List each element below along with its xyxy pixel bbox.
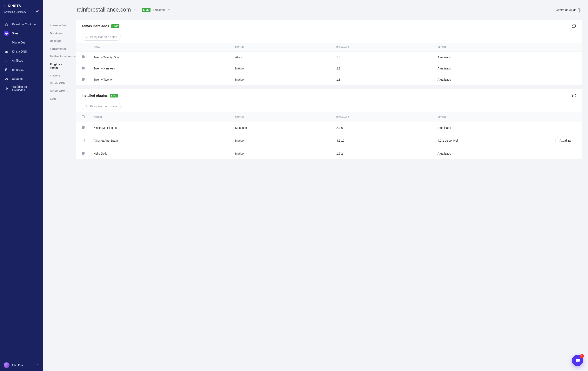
table-row: Akismet Anti-Spam Inativo 4.1.10 4.2.1 d…	[76, 133, 582, 148]
row-checkbox[interactable]	[82, 67, 84, 70]
environment-dropdown[interactable]	[167, 8, 170, 12]
brand-name: KINSTA	[8, 4, 21, 8]
user-name: John Doe	[11, 364, 23, 367]
nav-label: Usuários	[12, 77, 23, 80]
nav-company[interactable]: Empresa	[0, 65, 43, 74]
themes-search-input[interactable]	[90, 35, 117, 39]
chat-icon	[575, 358, 580, 363]
company-name: Awesome Company	[4, 10, 26, 13]
sub-plugins-themes[interactable]: Plugins e Temas	[43, 60, 76, 72]
home-icon-wrap	[4, 22, 9, 27]
subnav-label: Plugins e Temas	[50, 63, 62, 70]
table-row: Twenty Twenty-One Ativo 1.4 Atualizado	[76, 52, 582, 63]
row-status: Inativo	[233, 74, 334, 85]
row-action: Atualizar	[536, 133, 582, 148]
nav-migrations[interactable]: Migrações	[0, 38, 43, 47]
search-icon	[85, 105, 88, 108]
nav-label: Análises	[12, 59, 23, 62]
nav-dns[interactable]: Kinsta DNS	[0, 47, 43, 56]
stack-icon	[5, 32, 8, 35]
notification-dot	[38, 10, 39, 11]
notifications-button[interactable]	[35, 10, 39, 14]
plugins-search[interactable]	[82, 103, 121, 110]
th-plugin-name: PLUGIN	[91, 112, 233, 122]
nav-sites[interactable]: Sites	[0, 29, 43, 38]
row-name: Twenty Twenty-One	[91, 52, 233, 63]
sub-domains[interactable]: Domínios	[43, 30, 76, 37]
sub-backups[interactable]: Backups	[43, 37, 76, 45]
sub-tools[interactable]: Ferramentas	[43, 45, 76, 53]
building-icon-wrap	[4, 67, 9, 72]
plugins-select-all[interactable]	[82, 115, 84, 118]
main-content: rainforestalliance.com LIVE Ambiente Cen…	[76, 0, 588, 371]
building-icon	[5, 68, 8, 71]
help-center-link[interactable]: Centro de Ajuda ?	[556, 8, 581, 11]
subnav-label: Logs	[50, 97, 56, 100]
th-theme-name: TEMA	[91, 43, 233, 52]
row-name: Hello Dolly	[91, 148, 233, 159]
sub-ipdeny[interactable]: IP Deny	[43, 72, 76, 80]
nav-users[interactable]: Usuários	[0, 74, 43, 83]
th-theme-last: ÚLTIMO	[435, 43, 536, 52]
plugins-search-input[interactable]	[90, 105, 117, 108]
nav-label: Migrações	[12, 41, 25, 44]
row-checkbox[interactable]	[82, 139, 84, 142]
row-installed: 2.3.6	[334, 122, 435, 133]
subnav-label: Backups	[50, 39, 62, 42]
plugins-refresh-button[interactable]	[572, 93, 576, 98]
row-action	[536, 122, 582, 133]
brand-logo: KINSTA	[4, 4, 39, 8]
themes-refresh-button[interactable]	[572, 24, 576, 28]
nav-label: Kinsta DNS	[12, 50, 27, 53]
top-bar: rainforestalliance.com LIVE Ambiente Cen…	[76, 0, 582, 20]
nav-label: Empresa	[12, 68, 23, 71]
subnav-label: Redirecionamentos	[50, 55, 76, 58]
row-status: Must use	[233, 122, 334, 133]
th-plugin-last: ÚLTIMO	[435, 112, 536, 122]
user-menu[interactable]: John Doe	[0, 360, 43, 371]
themes-panel-title: Temas instalados	[82, 24, 109, 28]
th-theme-status: STATUS	[233, 43, 334, 52]
row-last: Atualizado	[435, 74, 536, 85]
row-installed: 1.4	[334, 52, 435, 63]
plugins-panel: Installed plugins LIVE	[76, 89, 582, 159]
row-name: Akismet Anti-Spam	[91, 133, 233, 148]
row-checkbox[interactable]	[82, 55, 84, 58]
nav-dashboard[interactable]: Painel de Controle	[0, 20, 43, 29]
nav-activity[interactable]: Histórico de Atividades	[0, 83, 43, 93]
row-checkbox[interactable]	[82, 78, 84, 81]
sub-cdn[interactable]: Kinsta CDN	[43, 79, 76, 87]
environment-label: Ambiente	[153, 8, 165, 11]
row-checkbox[interactable]	[82, 126, 84, 129]
row-last: 4.2.1 disponível	[435, 133, 536, 148]
themes-search[interactable]	[82, 33, 121, 41]
home-icon	[5, 23, 8, 26]
secondary-sidebar: InformaçõesDomíniosBackupsFerramentasRed…	[43, 0, 76, 371]
row-last: Atualizado	[435, 148, 536, 159]
row-status: Ativo	[233, 52, 334, 63]
subnav-label: IP Deny	[50, 74, 60, 77]
plugin-action-button[interactable]: Atualizar	[555, 137, 576, 144]
sub-redirects[interactable]: Redirecionamentos	[43, 52, 76, 60]
subnav-label: Ferramentas	[50, 47, 67, 50]
nav-label: Painel de Controle	[12, 23, 36, 26]
sub-apm[interactable]: Kinsta APM▲	[43, 87, 76, 95]
exchange-icon	[5, 41, 8, 44]
sub-logs[interactable]: Logs	[43, 95, 76, 103]
main-nav: Painel de Controle Sites Migrações Kinst…	[0, 20, 43, 93]
row-checkbox[interactable]	[82, 152, 84, 155]
row-action	[536, 63, 582, 74]
sub-info[interactable]: Informações	[43, 22, 76, 30]
chat-button[interactable]: 1	[572, 355, 583, 366]
table-row: Hello Dolly Inativo 1.7.2 Atualizado	[76, 148, 582, 159]
row-name: Twenty Nineteen	[91, 63, 233, 74]
site-dropdown[interactable]	[133, 8, 136, 12]
logo-icon	[4, 4, 7, 8]
search-icon	[85, 35, 88, 39]
table-row: Twenty Nineteen Inativo 2.1 Atualizado	[76, 63, 582, 74]
env-live-badge: LIVE	[142, 8, 151, 12]
table-row: Twenty Twenty Inativo 1.8 Atualizado	[76, 74, 582, 85]
chevron-up-icon	[36, 363, 39, 367]
chart-icon-wrap	[4, 58, 9, 63]
nav-analytics[interactable]: Análises	[0, 56, 43, 65]
